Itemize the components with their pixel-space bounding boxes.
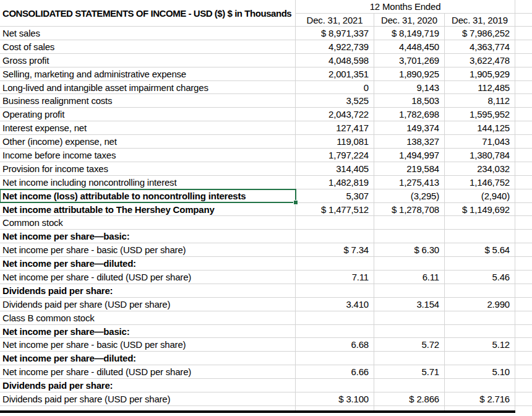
value-cell[interactable] [296,284,374,298]
value-cell[interactable]: 127,417 [296,121,374,135]
value-cell[interactable]: $ 1,278,708 [374,203,445,217]
empty-header-cell[interactable] [515,14,532,27]
row-label-cell[interactable]: Net income per share—basic: [0,325,296,339]
value-cell[interactable]: 6.68 [296,338,374,352]
value-cell[interactable]: 1,905,929 [445,67,515,81]
empty-cell[interactable] [515,352,532,365]
row-label-cell[interactable]: Interest expense, net [0,121,296,135]
value-cell[interactable] [445,257,515,271]
value-cell[interactable] [296,257,374,271]
value-cell[interactable]: (2,940) [445,189,515,203]
row-label-cell[interactable]: Business realignment costs [0,94,296,108]
row-label-cell[interactable]: Selling, marketing and administrative ex… [0,67,296,81]
row-label-cell[interactable]: Net income per share - basic (USD per sh… [0,338,296,352]
value-cell[interactable]: 1,146,752 [445,176,515,189]
empty-cell[interactable] [515,149,532,162]
value-cell[interactable]: $ 3.100 [296,392,374,406]
value-cell[interactable] [374,216,445,230]
value-cell[interactable]: 1,890,925 [374,67,445,81]
value-cell[interactable]: 138,327 [374,135,445,149]
column-header-2020[interactable]: Dec. 31, 2020 [374,14,445,27]
row-label-cell[interactable]: Net income per share - diluted (USD per … [0,365,296,379]
value-cell[interactable]: $ 1,149,692 [445,203,515,217]
value-cell[interactable] [445,379,515,392]
value-cell[interactable]: 5.72 [374,338,445,352]
row-label-cell[interactable]: Net income per share—diluted: [0,352,296,365]
empty-cell[interactable] [515,162,532,176]
empty-cell[interactable] [515,27,532,40]
value-cell[interactable]: 9,143 [374,81,445,95]
value-cell[interactable]: 4,922,739 [296,40,374,54]
value-cell[interactable] [296,352,374,365]
value-cell[interactable]: $ 2.716 [445,392,515,406]
value-cell[interactable]: 314,405 [296,162,374,176]
row-label-cell[interactable]: Income before income taxes [0,149,296,162]
empty-cell[interactable] [515,67,532,81]
value-cell[interactable]: 3.410 [296,298,374,311]
value-cell[interactable]: 149,374 [374,121,445,135]
empty-cell[interactable] [515,392,532,406]
fill-handle[interactable] [293,200,298,205]
value-cell[interactable]: 219,584 [374,162,445,176]
value-cell[interactable] [374,325,445,339]
value-cell[interactable] [445,311,515,325]
value-cell[interactable]: $ 2.866 [374,392,445,406]
empty-cell[interactable] [515,338,532,352]
empty-cell[interactable] [515,54,532,67]
value-cell[interactable]: 18,503 [374,94,445,108]
value-cell[interactable]: 2,001,351 [296,67,374,81]
selected-cell[interactable]: Net income (loss) attributable to noncon… [0,189,296,203]
empty-cell[interactable] [515,40,532,54]
empty-header-cell[interactable] [515,0,532,14]
row-label-cell[interactable]: Class B common stock [0,311,296,325]
row-label-cell[interactable]: Operating profit [0,108,296,121]
value-cell[interactable]: 1,380,784 [445,149,515,162]
value-cell[interactable]: 0 [296,81,374,95]
value-cell[interactable]: $ 7.34 [296,243,374,257]
empty-cell[interactable] [515,203,532,217]
empty-cell[interactable] [515,216,532,230]
value-cell[interactable]: 7.11 [296,271,374,284]
value-cell[interactable] [296,311,374,325]
row-label-cell[interactable]: Net income per share—diluted: [0,257,296,271]
row-label-cell[interactable]: Provision for income taxes [0,162,296,176]
value-cell[interactable] [445,230,515,243]
value-cell[interactable] [445,216,515,230]
empty-cell[interactable] [515,176,532,189]
empty-cell[interactable] [515,365,532,379]
value-cell[interactable]: $ 6.30 [374,243,445,257]
column-header-2019[interactable]: Dec. 31, 2019 [445,14,515,27]
row-label-cell[interactable]: Cost of sales [0,40,296,54]
value-cell[interactable]: 8,112 [445,94,515,108]
value-cell[interactable] [296,325,374,339]
empty-cell[interactable] [515,135,532,149]
value-cell[interactable]: $ 8,971,337 [296,27,374,40]
empty-cell[interactable] [515,81,532,95]
row-label-cell[interactable]: Dividends paid per share (USD per share) [0,298,296,311]
value-cell[interactable] [374,379,445,392]
value-cell[interactable]: 3,701,269 [374,54,445,67]
value-cell[interactable]: 2,043,722 [296,108,374,121]
value-cell[interactable] [296,230,374,243]
value-cell[interactable]: 4,448,450 [374,40,445,54]
row-label-cell[interactable]: Net income attributable to The Hershey C… [0,203,296,217]
value-cell[interactable]: 1,482,819 [296,176,374,189]
value-cell[interactable] [445,325,515,339]
empty-cell[interactable] [515,121,532,135]
row-label-cell[interactable]: Net sales [0,27,296,40]
value-cell[interactable]: 234,032 [445,162,515,176]
row-label-cell[interactable]: Dividends paid per share: [0,284,296,298]
empty-cell[interactable] [515,311,532,325]
period-header-cell[interactable]: 12 Months Ended [296,0,515,14]
value-cell[interactable]: 5,307 [296,189,374,203]
value-cell[interactable]: 6.11 [374,271,445,284]
value-cell[interactable]: 71,043 [445,135,515,149]
column-header-2021[interactable]: Dec. 31, 2021 [296,14,374,27]
row-label-cell[interactable]: Net income per share - basic (USD per sh… [0,243,296,257]
value-cell[interactable]: 1,275,413 [374,176,445,189]
value-cell[interactable]: 5.10 [445,365,515,379]
row-label-cell[interactable]: Gross profit [0,54,296,67]
empty-cell[interactable] [515,325,532,339]
row-label-cell[interactable]: Net income including noncontrolling inte… [0,176,296,189]
value-cell[interactable] [374,311,445,325]
